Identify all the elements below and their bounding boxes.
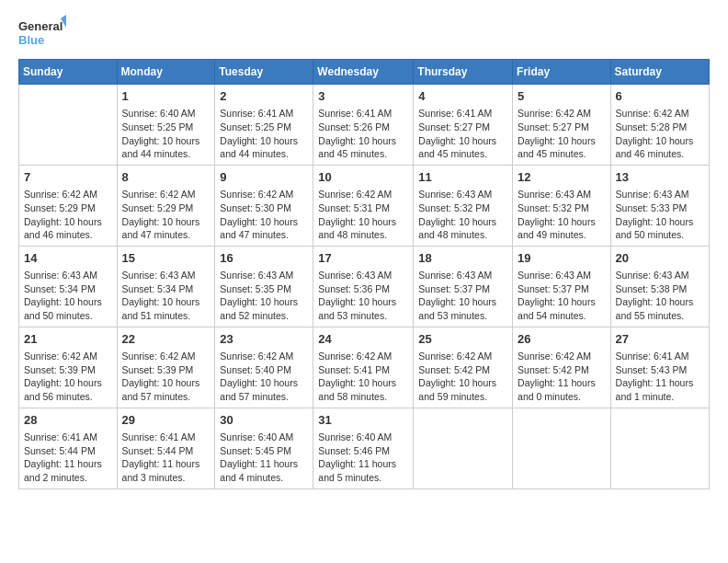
day-info: Sunrise: 6:43 AMSunset: 5:35 PMDaylight:…: [220, 269, 308, 323]
calendar-cell: 4Sunrise: 6:41 AMSunset: 5:27 PMDaylight…: [414, 85, 513, 166]
calendar-cell: [610, 408, 709, 488]
day-info: Sunrise: 6:41 AMSunset: 5:25 PMDaylight:…: [220, 107, 308, 161]
calendar-cell: 5Sunrise: 6:42 AMSunset: 5:27 PMDaylight…: [513, 85, 611, 166]
day-number: 1: [122, 88, 210, 105]
day-info: Sunrise: 6:42 AMSunset: 5:39 PMDaylight:…: [24, 350, 112, 404]
calendar-cell: 13Sunrise: 6:43 AMSunset: 5:33 PMDayligh…: [610, 165, 709, 246]
day-info: Sunrise: 6:42 AMSunset: 5:29 PMDaylight:…: [122, 188, 210, 242]
day-info: Sunrise: 6:43 AMSunset: 5:34 PMDaylight:…: [24, 269, 112, 323]
calendar-cell: 15Sunrise: 6:43 AMSunset: 5:34 PMDayligh…: [117, 246, 215, 327]
day-info: Sunrise: 6:42 AMSunset: 5:39 PMDaylight:…: [122, 350, 210, 404]
calendar-cell: [414, 408, 513, 488]
logo-svg: General Blue: [18, 15, 66, 52]
weekday-header: Thursday: [414, 60, 513, 85]
calendar-cell: 23Sunrise: 6:42 AMSunset: 5:40 PMDayligh…: [215, 327, 313, 408]
calendar-cell: 24Sunrise: 6:42 AMSunset: 5:41 PMDayligh…: [313, 327, 414, 408]
day-info: Sunrise: 6:41 AMSunset: 5:44 PMDaylight:…: [122, 431, 210, 485]
day-info: Sunrise: 6:41 AMSunset: 5:43 PMDaylight:…: [616, 350, 704, 404]
day-info: Sunrise: 6:42 AMSunset: 5:31 PMDaylight:…: [318, 188, 408, 242]
day-number: 6: [616, 88, 704, 105]
weekday-header: Monday: [117, 60, 215, 85]
day-number: 11: [418, 169, 507, 186]
calendar-cell: [513, 408, 611, 488]
calendar-cell: 30Sunrise: 6:40 AMSunset: 5:45 PMDayligh…: [215, 408, 313, 488]
day-info: Sunrise: 6:42 AMSunset: 5:27 PMDaylight:…: [518, 107, 606, 161]
day-number: 3: [318, 88, 408, 105]
day-info: Sunrise: 6:43 AMSunset: 5:37 PMDaylight:…: [518, 269, 606, 323]
calendar-week-row: 14Sunrise: 6:43 AMSunset: 5:34 PMDayligh…: [19, 246, 710, 327]
day-info: Sunrise: 6:43 AMSunset: 5:32 PMDaylight:…: [418, 188, 507, 242]
calendar-cell: 3Sunrise: 6:41 AMSunset: 5:26 PMDaylight…: [313, 85, 414, 166]
calendar-cell: 11Sunrise: 6:43 AMSunset: 5:32 PMDayligh…: [414, 165, 513, 246]
day-info: Sunrise: 6:43 AMSunset: 5:37 PMDaylight:…: [418, 269, 507, 323]
day-number: 30: [220, 412, 308, 429]
day-number: 29: [122, 412, 210, 429]
calendar-cell: 29Sunrise: 6:41 AMSunset: 5:44 PMDayligh…: [117, 408, 215, 488]
calendar-cell: 14Sunrise: 6:43 AMSunset: 5:34 PMDayligh…: [19, 246, 118, 327]
day-number: 17: [318, 250, 408, 267]
day-number: 22: [122, 331, 210, 348]
calendar-cell: 27Sunrise: 6:41 AMSunset: 5:43 PMDayligh…: [610, 327, 709, 408]
day-info: Sunrise: 6:42 AMSunset: 5:42 PMDaylight:…: [518, 350, 606, 404]
calendar-cell: 25Sunrise: 6:42 AMSunset: 5:42 PMDayligh…: [414, 327, 513, 408]
day-info: Sunrise: 6:43 AMSunset: 5:34 PMDaylight:…: [122, 269, 210, 323]
weekday-header: Tuesday: [215, 60, 313, 85]
day-number: 28: [24, 412, 112, 429]
day-number: 12: [518, 169, 606, 186]
day-number: 4: [418, 88, 507, 105]
page-header: General Blue: [18, 15, 710, 52]
day-number: 18: [418, 250, 507, 267]
svg-text:General: General: [18, 19, 63, 33]
calendar-cell: 6Sunrise: 6:42 AMSunset: 5:28 PMDaylight…: [610, 85, 709, 166]
day-number: 15: [122, 250, 210, 267]
day-info: Sunrise: 6:43 AMSunset: 5:36 PMDaylight:…: [318, 269, 408, 323]
calendar-cell: 7Sunrise: 6:42 AMSunset: 5:29 PMDaylight…: [19, 165, 118, 246]
day-info: Sunrise: 6:41 AMSunset: 5:26 PMDaylight:…: [318, 107, 408, 161]
calendar-cell: 22Sunrise: 6:42 AMSunset: 5:39 PMDayligh…: [117, 327, 215, 408]
day-number: 21: [24, 331, 112, 348]
day-number: 14: [24, 250, 112, 267]
day-number: 7: [24, 169, 112, 186]
day-info: Sunrise: 6:40 AMSunset: 5:25 PMDaylight:…: [122, 107, 210, 161]
day-info: Sunrise: 6:42 AMSunset: 5:29 PMDaylight:…: [24, 188, 112, 242]
calendar-week-row: 1Sunrise: 6:40 AMSunset: 5:25 PMDaylight…: [19, 85, 710, 166]
logo: General Blue: [18, 15, 66, 52]
day-info: Sunrise: 6:41 AMSunset: 5:27 PMDaylight:…: [418, 107, 507, 161]
day-number: 2: [220, 88, 308, 105]
calendar-cell: 16Sunrise: 6:43 AMSunset: 5:35 PMDayligh…: [215, 246, 313, 327]
calendar-week-row: 7Sunrise: 6:42 AMSunset: 5:29 PMDaylight…: [19, 165, 710, 246]
calendar-cell: 2Sunrise: 6:41 AMSunset: 5:25 PMDaylight…: [215, 85, 313, 166]
calendar-cell: 26Sunrise: 6:42 AMSunset: 5:42 PMDayligh…: [513, 327, 611, 408]
weekday-header: Saturday: [610, 60, 709, 85]
day-info: Sunrise: 6:40 AMSunset: 5:46 PMDaylight:…: [318, 431, 408, 485]
calendar-cell: 12Sunrise: 6:43 AMSunset: 5:32 PMDayligh…: [513, 165, 611, 246]
calendar-cell: 17Sunrise: 6:43 AMSunset: 5:36 PMDayligh…: [313, 246, 414, 327]
day-info: Sunrise: 6:42 AMSunset: 5:42 PMDaylight:…: [418, 350, 507, 404]
day-info: Sunrise: 6:43 AMSunset: 5:33 PMDaylight:…: [616, 188, 704, 242]
day-number: 19: [518, 250, 606, 267]
day-info: Sunrise: 6:42 AMSunset: 5:30 PMDaylight:…: [220, 188, 308, 242]
day-number: 20: [616, 250, 704, 267]
calendar-cell: 8Sunrise: 6:42 AMSunset: 5:29 PMDaylight…: [117, 165, 215, 246]
day-number: 27: [616, 331, 704, 348]
calendar-cell: 19Sunrise: 6:43 AMSunset: 5:37 PMDayligh…: [513, 246, 611, 327]
day-number: 26: [518, 331, 606, 348]
day-number: 13: [616, 169, 704, 186]
day-info: Sunrise: 6:41 AMSunset: 5:44 PMDaylight:…: [24, 431, 112, 485]
calendar-week-row: 28Sunrise: 6:41 AMSunset: 5:44 PMDayligh…: [19, 408, 710, 488]
calendar-cell: 9Sunrise: 6:42 AMSunset: 5:30 PMDaylight…: [215, 165, 313, 246]
day-number: 16: [220, 250, 308, 267]
calendar-week-row: 21Sunrise: 6:42 AMSunset: 5:39 PMDayligh…: [19, 327, 710, 408]
day-number: 9: [220, 169, 308, 186]
weekday-header: Friday: [513, 60, 611, 85]
day-number: 24: [318, 331, 408, 348]
weekday-header: Wednesday: [313, 60, 414, 85]
day-info: Sunrise: 6:42 AMSunset: 5:41 PMDaylight:…: [318, 350, 408, 404]
svg-text:Blue: Blue: [18, 33, 44, 47]
day-number: 23: [220, 331, 308, 348]
calendar-cell: 20Sunrise: 6:43 AMSunset: 5:38 PMDayligh…: [610, 246, 709, 327]
calendar-table: SundayMondayTuesdayWednesdayThursdayFrid…: [18, 59, 710, 489]
calendar-cell: 21Sunrise: 6:42 AMSunset: 5:39 PMDayligh…: [19, 327, 118, 408]
weekday-header: Sunday: [19, 60, 118, 85]
calendar-cell: 31Sunrise: 6:40 AMSunset: 5:46 PMDayligh…: [313, 408, 414, 488]
